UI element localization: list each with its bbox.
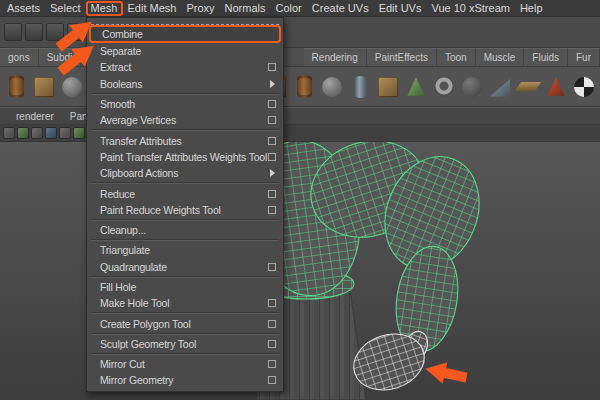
option-box-icon[interactable] (268, 320, 276, 328)
cone-shape (406, 77, 426, 97)
menu-item-create-polygon-tool[interactable]: Create Polygon Tool (87, 315, 283, 331)
menu-select[interactable]: Select (45, 1, 86, 16)
menu-item-quadrangulate[interactable]: Quadrangulate (87, 259, 283, 275)
menu-item-paint-transfer-attributes-weights-tool[interactable]: Paint Transfer Attributes Weights Tool (87, 149, 283, 165)
shelf-sphere-icon[interactable] (459, 71, 485, 103)
menu-item-label: Fill Hole (100, 281, 136, 293)
menu-item-sculpt-geometry-tool[interactable]: Sculpt Geometry Tool (87, 336, 283, 352)
submenu-arrow-icon (270, 169, 275, 177)
menu-item-combine[interactable]: Combine (89, 25, 281, 43)
menu-item-mirror-cut[interactable]: Mirror Cut (87, 356, 283, 372)
menu-item-reduce[interactable]: Reduce (87, 185, 283, 201)
option-box-icon[interactable] (268, 299, 276, 307)
menu-mesh[interactable]: Mesh (86, 1, 123, 16)
status-3-icon[interactable] (46, 23, 64, 41)
shelf-barrel-icon[interactable] (3, 71, 29, 103)
menu-item-average-vertices[interactable]: Average Vertices (87, 112, 283, 128)
option-box-icon[interactable] (268, 137, 276, 145)
shelf-sphere-icon[interactable] (59, 71, 85, 103)
menu-item-label: Create Polygon Tool (100, 318, 191, 330)
menu-edit-mesh[interactable]: Edit Mesh (123, 1, 182, 16)
panel-5-icon[interactable] (59, 127, 71, 139)
shelf-tabs-right: RenderingPaintEffectsToonMuscleFluidsFur (304, 48, 600, 66)
shelf-cylinder-icon[interactable] (347, 71, 373, 103)
menu-item-label: Reduce (100, 188, 135, 200)
shelf-tab-fluids[interactable]: Fluids (524, 48, 568, 66)
shelf-tab-muscle[interactable]: Muscle (476, 48, 525, 66)
panel-4-icon[interactable] (45, 127, 57, 139)
submenu-arrow-icon (270, 80, 275, 88)
menu-item-separate[interactable]: Separate (87, 43, 283, 59)
statusline-icons (4, 23, 85, 41)
menu-create-uvs[interactable]: Create UVs (307, 1, 374, 16)
shelf-tab-subdi[interactable]: Subdi (39, 48, 82, 66)
menu-item-label: Clipboard Actions (100, 167, 178, 179)
option-box-icon[interactable] (268, 63, 276, 71)
menu-item-label: Sculpt Geometry Tool (100, 338, 196, 350)
menu-item-label: Mirror Cut (100, 358, 145, 370)
panel-2-icon[interactable] (17, 127, 29, 139)
mesh-menu: CombineSeparateExtractBooleansSmoothAver… (87, 25, 283, 389)
menu-item-fill-hole[interactable]: Fill Hole (87, 279, 283, 295)
menu-item-triangulate[interactable]: Triangulate (87, 242, 283, 258)
option-box-icon[interactable] (268, 100, 276, 108)
menu-help[interactable]: Help (515, 1, 548, 16)
panel-6-icon[interactable] (73, 127, 85, 139)
shelf-tab-fur[interactable]: Fur (568, 48, 600, 66)
option-box-icon[interactable] (268, 360, 276, 368)
shelf-plane-icon[interactable] (515, 71, 541, 103)
shelf-cone-icon[interactable] (543, 71, 569, 103)
menu-item-label: Transfer Attributes (100, 135, 182, 147)
maya-window: AssetsSelectMeshEdit MeshProxyNormalsCol… (0, 0, 600, 400)
shelf-sphere-icon[interactable] (319, 71, 345, 103)
status-4-icon[interactable] (67, 23, 85, 41)
menu-item-smooth[interactable]: Smooth (87, 96, 283, 112)
status-1-icon[interactable] (4, 23, 22, 41)
shelf-tab-gons[interactable]: gons (0, 48, 39, 66)
shelf-barrel-icon[interactable] (291, 71, 317, 103)
menu-item-paint-reduce-weights-tool[interactable]: Paint Reduce Weights Tool (87, 202, 283, 218)
shelf-checker-icon[interactable] (571, 71, 597, 103)
option-box-icon[interactable] (268, 206, 276, 214)
panel-3-icon[interactable] (31, 127, 43, 139)
option-box-icon[interactable] (268, 153, 276, 161)
menu-item-label: Quadrangulate (100, 261, 167, 273)
option-box-icon[interactable] (268, 190, 276, 198)
status-2-icon[interactable] (25, 23, 43, 41)
sphere-shape (322, 77, 342, 97)
menu-item-booleans[interactable]: Booleans (87, 76, 283, 92)
shelf-wedge-icon[interactable] (487, 71, 513, 103)
shelf-torus-icon[interactable] (431, 71, 457, 103)
menu-edit-uvs[interactable]: Edit UVs (374, 1, 427, 16)
option-box-icon[interactable] (268, 340, 276, 348)
menu-proxy[interactable]: Proxy (181, 1, 219, 16)
option-box-icon[interactable] (268, 376, 276, 384)
menu-item-extract[interactable]: Extract (87, 59, 283, 75)
menu-normals[interactable]: Normals (220, 1, 271, 16)
shelf-cone-icon[interactable] (403, 71, 429, 103)
menu-color[interactable]: Color (271, 1, 307, 16)
option-box-icon[interactable] (268, 263, 276, 271)
option-box-icon[interactable] (268, 116, 276, 124)
panel-1-icon[interactable] (3, 127, 15, 139)
panel-menu-renderer[interactable]: renderer (16, 111, 54, 122)
menu-item-clipboard-actions[interactable]: Clipboard Actions (87, 165, 283, 181)
shelf-tab-toon[interactable]: Toon (437, 48, 476, 66)
menu-item-transfer-attributes[interactable]: Transfer Attributes (87, 132, 283, 148)
shelf-tab-painteffects[interactable]: PaintEffects (367, 48, 437, 66)
menu-vue-10-xstream[interactable]: Vue 10 xStream (426, 1, 514, 16)
menu-item-mirror-geometry[interactable]: Mirror Geometry (87, 372, 283, 388)
menu-assets[interactable]: Assets (2, 1, 45, 16)
menu-item-label: Mirror Geometry (100, 374, 173, 386)
mesh-dropdown: CombineSeparateExtractBooleansSmoothAver… (86, 17, 284, 392)
torus-shape (434, 77, 454, 97)
menu-item-cleanup[interactable]: Cleanup... (87, 222, 283, 238)
shelf-crate-icon[interactable] (31, 71, 57, 103)
plane-shape (515, 82, 541, 91)
shelf-tab-rendering[interactable]: Rendering (304, 48, 367, 66)
cylinder-shape (354, 76, 367, 98)
menu-item-label: Separate (100, 45, 141, 57)
shelf-cube-icon[interactable] (375, 71, 401, 103)
menu-item-make-hole-tool[interactable]: Make Hole Tool (87, 295, 283, 311)
sphere-shape (462, 77, 482, 97)
